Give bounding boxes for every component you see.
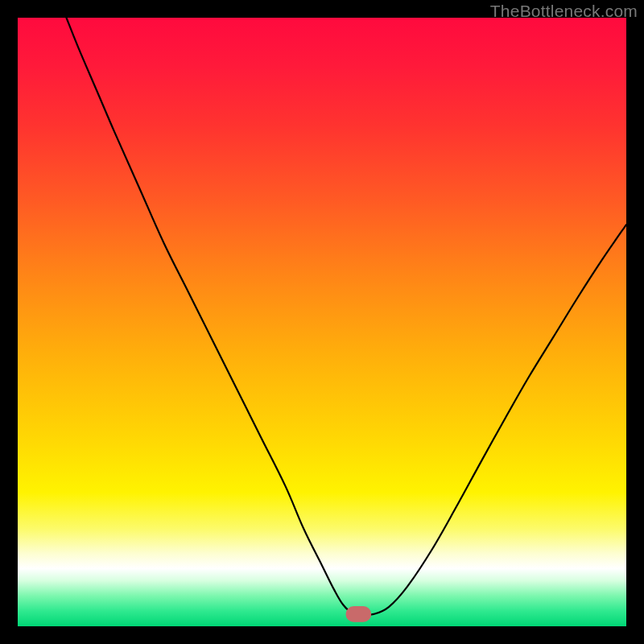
chart-container: TheBottleneck.com (0, 0, 644, 644)
chart-background (18, 18, 626, 626)
plot-area (18, 18, 626, 626)
optimum-marker (345, 606, 371, 622)
bottleneck-chart (18, 18, 626, 626)
